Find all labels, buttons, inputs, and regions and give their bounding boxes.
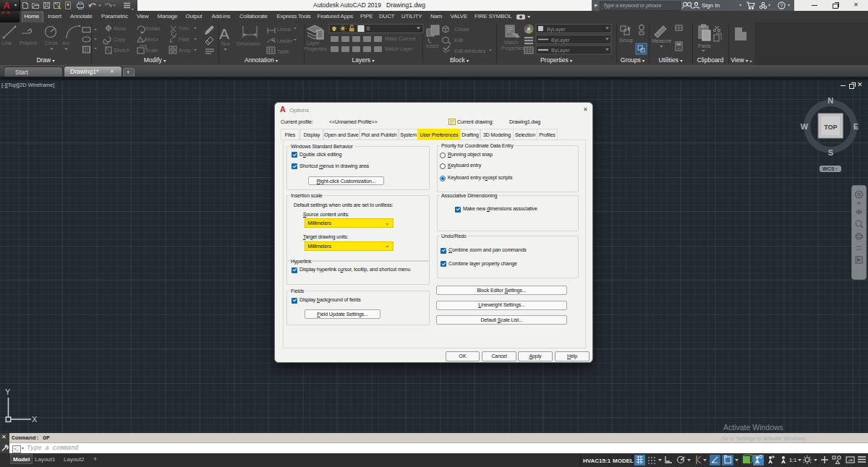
svg-text:Linear: Linear [277, 27, 292, 32]
svg-text:Scale: Scale [145, 48, 158, 53]
svg-text:Paste: Paste [698, 43, 711, 48]
svg-text:Layer: Layer [307, 40, 320, 46]
svg-text:Edit: Edit [454, 38, 463, 43]
svg-text:N: N [827, 96, 833, 105]
svg-text:Y: Y [5, 387, 11, 396]
svg-text:Polyline: Polyline [20, 40, 38, 46]
svg-text:ByLayer: ByLayer [547, 27, 566, 33]
svg-text:Text: Text [221, 41, 230, 46]
svg-text:S: S [828, 148, 833, 157]
svg-text:Circle: Circle [45, 40, 58, 46]
svg-text:Group: Group [619, 38, 634, 43]
svg-text:Match: Match [504, 40, 518, 45]
svg-text:Table: Table [277, 49, 289, 54]
svg-text:HVAC15:1: HVAC15:1 [583, 458, 611, 464]
svg-text:Line: Line [2, 40, 12, 46]
svg-text:Rotate: Rotate [145, 26, 161, 31]
svg-text:TOP: TOP [824, 124, 837, 131]
svg-text:MODEL: MODEL [613, 458, 634, 464]
svg-text:Create: Create [454, 27, 469, 32]
svg-text:?: ? [780, 3, 783, 8]
svg-text:0: 0 [367, 26, 370, 31]
svg-text:Trim: Trim [179, 26, 189, 31]
svg-text:A: A [219, 25, 229, 42]
svg-text:Make Current: Make Current [385, 36, 415, 41]
svg-text:Dimension: Dimension [237, 41, 260, 46]
svg-text:Stretch: Stretch [114, 48, 129, 53]
svg-text:Mirror: Mirror [145, 37, 159, 42]
svg-text:Leader: Leader [277, 38, 293, 43]
svg-text:Insert: Insert [426, 43, 439, 48]
svg-text:Arc: Arc [62, 40, 70, 46]
svg-text:Properties: Properties [304, 46, 327, 52]
svg-text:E: E [854, 122, 859, 131]
svg-text:Fillet: Fillet [179, 37, 190, 42]
svg-text:Measure: Measure [652, 38, 671, 43]
svg-text:W: W [801, 122, 809, 131]
svg-text:1:1: 1:1 [789, 457, 796, 463]
svg-text:ByLayer: ByLayer [551, 48, 570, 53]
svg-text:Match Layer: Match Layer [385, 46, 413, 52]
svg-text:Properties: Properties [501, 46, 524, 51]
svg-text:ByLayer: ByLayer [551, 38, 570, 43]
svg-text:Move: Move [114, 26, 126, 31]
svg-text:Copy: Copy [114, 37, 126, 43]
svg-text:Edit Attributes: Edit Attributes [454, 48, 486, 53]
svg-text:Array: Array [179, 48, 191, 53]
svg-text:X: X [32, 415, 38, 424]
